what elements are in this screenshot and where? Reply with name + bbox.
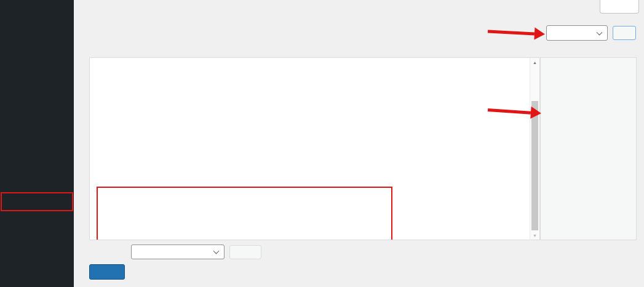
editor-scrollbar[interactable]: ▲ ▼ — [530, 58, 539, 240]
annotation-arrow-theme-select — [488, 25, 546, 41]
update-file-button[interactable] — [89, 264, 125, 280]
select-theme-button[interactable] — [613, 26, 636, 40]
admin-sidebar — [0, 0, 74, 287]
child-theme-notice — [541, 58, 636, 64]
theme-files-panel — [540, 57, 637, 240]
sidebar-menu — [0, 0, 74, 11]
scroll-down-icon[interactable]: ▼ — [530, 231, 539, 240]
scroll-up-icon[interactable]: ▲ — [530, 58, 539, 67]
chevron-down-icon — [597, 29, 603, 35]
help-button[interactable] — [600, 0, 639, 14]
lookup-button[interactable] — [229, 245, 261, 259]
theme-select-dropdown[interactable] — [546, 25, 608, 41]
annotation-box-code-snippet — [97, 187, 392, 240]
code-editor[interactable]: ▲ ▼ — [89, 57, 540, 240]
documentation-dropdown[interactable] — [131, 245, 225, 259]
annotation-box-theme-file-editor — [1, 192, 73, 211]
scrollbar-thumb[interactable] — [531, 101, 538, 230]
chevron-down-icon — [213, 248, 220, 254]
appearance-submenu — [0, 0, 74, 11]
